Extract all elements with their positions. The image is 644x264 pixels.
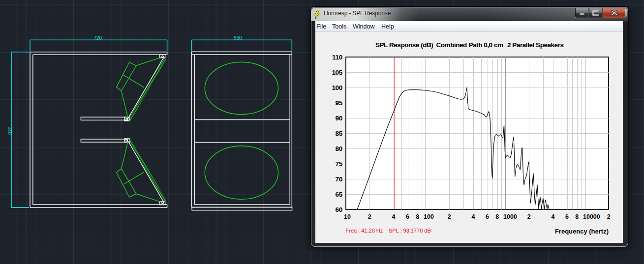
svg-text:Freq : 41,20 Hz: Freq : 41,20 Hz [346,228,383,234]
svg-text:75: 75 [336,160,343,168]
svg-text:8: 8 [495,213,499,220]
svg-text:100: 100 [424,213,434,220]
svg-text:10: 10 [344,213,351,220]
svg-text:95: 95 [336,99,343,107]
svg-text:4: 4 [472,213,475,220]
svg-text:820: 820 [8,126,13,135]
svg-text:Combined: Combined [436,41,467,49]
svg-text:6: 6 [565,213,569,220]
svg-text:80: 80 [336,145,342,152]
svg-text:65: 65 [336,191,343,198]
svg-text:105: 105 [332,69,342,76]
svg-text:8: 8 [416,213,419,220]
svg-text:70: 70 [336,176,342,183]
svg-text:8: 8 [575,213,579,220]
svg-text:2 Parallel Speakers: 2 Parallel Speakers [507,41,564,49]
svg-text:1000: 1000 [503,213,517,220]
svg-text:85: 85 [336,130,343,137]
svg-text:Path 0,0 cm: Path 0,0 cm [469,41,504,49]
svg-text:SPL : 93,1770 dB: SPL : 93,1770 dB [389,228,431,234]
svg-text:2: 2 [448,213,451,220]
svg-text:6: 6 [486,213,489,220]
svg-text:2: 2 [607,213,611,220]
svg-text:Frequency (hertz): Frequency (hertz) [555,228,609,235]
svg-text:100: 100 [332,84,342,91]
svg-text:10000: 10000 [583,213,600,220]
svg-text:2: 2 [368,213,371,220]
svg-text:4: 4 [552,213,555,220]
svg-text:6: 6 [406,213,409,220]
svg-text:SPL Response (dB): SPL Response (dB) [375,41,433,49]
svg-text:90: 90 [336,115,342,122]
svg-text:530: 530 [234,35,242,41]
svg-text:110: 110 [332,54,342,61]
svg-text:60: 60 [336,206,342,213]
svg-text:4: 4 [392,213,396,220]
svg-text:2: 2 [527,213,531,220]
svg-text:720: 720 [94,35,102,41]
